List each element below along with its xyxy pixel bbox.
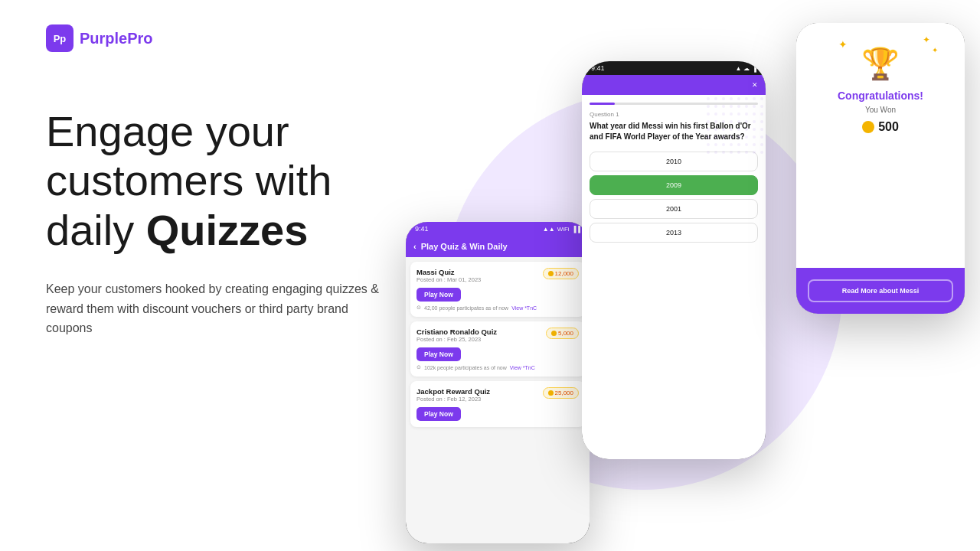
answer-option-3[interactable]: 2013 (590, 223, 758, 243)
quiz-list-body: Massi Quiz Posted on : Mar 01, 2023 12,0… (406, 257, 590, 436)
logo-text: PurplePro (80, 30, 153, 47)
star-right-bottom: ✦ (932, 46, 938, 54)
congrats-title: Congratulations! (838, 90, 923, 102)
star-right-top: ✦ (923, 34, 930, 45)
svg-rect-1 (704, 95, 766, 156)
play-button-1[interactable]: Play Now (416, 288, 461, 302)
back-icon: ‹ (413, 242, 416, 251)
congrats-coin-icon (862, 121, 874, 133)
answer-option-2[interactable]: 2001 (590, 199, 758, 219)
star-left: ✦ (838, 38, 848, 51)
progress-bar-fill (590, 103, 615, 105)
phone-quiz-question: 9:41 ▲ ☁ ▐ ✕ (582, 61, 766, 459)
phone-congratulations: ✦ ✦ ✦ 🏆 Congratulations! You Won 500 Rea… (796, 23, 965, 314)
status-bar-middle: 9:41 ▲▲ WiFi ▐▐ (406, 222, 590, 236)
congrats-bottom: Read More about Messi (796, 268, 965, 314)
question-header: ✕ (582, 75, 766, 95)
coin-icon-1 (548, 271, 554, 276)
quiz-card-3: Jackpot Reward Quiz Posted on : Feb 12, … (410, 381, 585, 427)
coin-icon-3 (548, 390, 554, 396)
hero-description: Keep your customers hooked by creating e… (46, 279, 383, 338)
congrats-top: ✦ ✦ ✦ 🏆 Congratulations! You Won 500 (796, 23, 965, 268)
read-more-button[interactable]: Read More about Messi (808, 279, 953, 302)
hero-title: Engage your customers with daily Quizzes (46, 107, 413, 255)
logo-icon: Pp (46, 24, 74, 52)
play-button-2[interactable]: Play Now (416, 347, 461, 361)
quiz-badge-3: 25,000 (543, 387, 579, 399)
header: Pp PurplePro (46, 24, 153, 52)
status-icons: ▲▲ WiFi ▐▐ (543, 226, 580, 233)
quiz-footer-1: ⊙ 42,00 people participates as of now Vi… (416, 305, 579, 311)
phone-quiz-list: 9:41 ▲▲ WiFi ▐▐ ‹ Play Quiz & Win Daily (406, 222, 590, 543)
quiz-footer-2: ⊙ 102k people participates as of now Vie… (416, 364, 579, 370)
congrats-subtitle: You Won (865, 106, 896, 114)
quiz-list-header: ‹ Play Quiz & Win Daily (406, 236, 590, 257)
phones-container: 9:41 ▲▲ WiFi ▐▐ ‹ Play Quiz & Win Daily (383, 0, 980, 551)
question-body: Question 1 What year did Messi win his f… (582, 95, 766, 459)
answer-option-1[interactable]: 2009 (590, 175, 758, 195)
play-button-3[interactable]: Play Now (416, 407, 461, 421)
quiz-badge-2: 5,000 (546, 328, 579, 339)
quiz-badge-1: 12,000 (543, 268, 579, 279)
status-bar-right: 9:41 ▲ ☁ ▐ (582, 61, 766, 75)
hero-section: Engage your customers with daily Quizzes… (46, 107, 413, 338)
status-icons-right: ▲ ☁ ▐ (735, 65, 756, 72)
coin-icon-2 (551, 331, 557, 336)
quiz-card-2: Cristiano Ronaldo Quiz Posted on : Feb 2… (410, 321, 585, 377)
congrats-coins: 500 (862, 120, 899, 134)
close-icon[interactable]: ✕ (752, 81, 758, 89)
dots-decoration (704, 95, 766, 156)
trophy-section: ✦ ✦ ✦ 🏆 (808, 38, 953, 90)
quiz-card-1: Massi Quiz Posted on : Mar 01, 2023 12,0… (410, 262, 585, 317)
